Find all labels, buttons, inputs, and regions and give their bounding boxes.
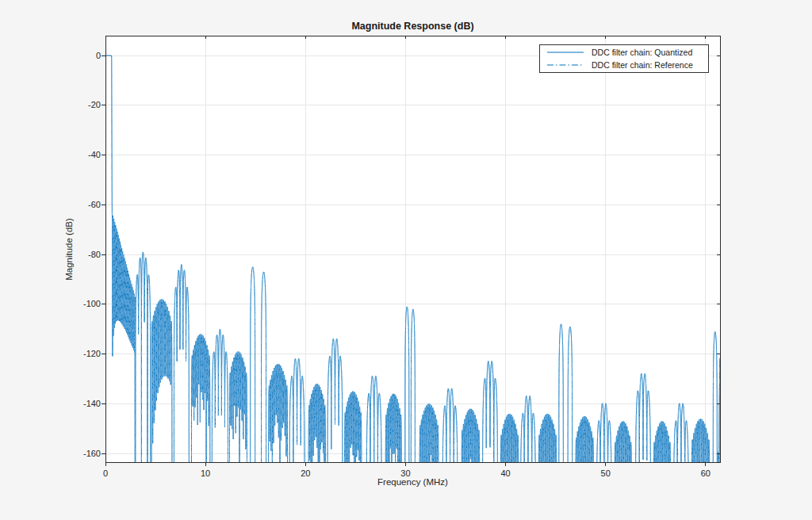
legend-entry-reference: DDC filter chain: Reference (540, 59, 708, 71)
legend-label-quantized: DDC filter chain: Quantized (592, 48, 692, 57)
y-tick-label: -20 (56, 99, 101, 111)
x-tick-label: 50 (592, 468, 619, 480)
x-tick-label: 20 (292, 468, 319, 480)
legend-label-reference: DDC filter chain: Reference (592, 60, 693, 70)
response-curve-quantized (105, 55, 720, 498)
x-tick-label: 60 (692, 468, 719, 480)
x-tick-label: 10 (192, 468, 219, 480)
y-tick-label: -160 (56, 448, 101, 460)
x-tick-label: 0 (92, 468, 119, 480)
legend-line-dashdot-icon (545, 61, 586, 69)
x-tick-label: 30 (392, 468, 419, 480)
y-tick-label: -120 (56, 348, 101, 360)
legend-entry-quantized: DDC filter chain: Quantized (540, 46, 708, 59)
y-tick-label: -100 (56, 298, 101, 310)
x-tick-label: 40 (492, 468, 519, 480)
plot-canvas (0, 0, 812, 520)
y-tick-label: -40 (56, 149, 101, 161)
legend-line-solid-icon (545, 48, 586, 56)
y-tick-label: -80 (56, 249, 101, 261)
legend[interactable]: DDC filter chain: Quantized DDC filter c… (539, 44, 709, 73)
chart-title: Magnitude Response (dB) (105, 21, 720, 32)
y-tick-label: -60 (56, 199, 101, 211)
y-tick-label: 0 (56, 50, 101, 62)
figure-window: Magnitude Response (dB) Frequency (MHz) … (0, 0, 812, 520)
y-tick-label: -140 (56, 398, 101, 410)
